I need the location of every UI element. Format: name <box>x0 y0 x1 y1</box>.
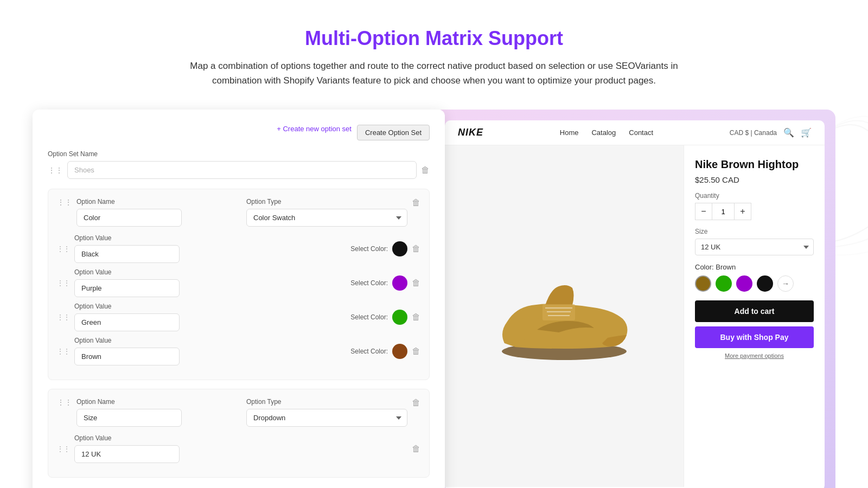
buy-now-button[interactable]: Buy with Shop Pay <box>695 326 814 348</box>
quantity-decrease-button[interactable]: − <box>695 203 712 220</box>
delete-option-size-icon[interactable]: 🗑 <box>412 398 420 408</box>
swatch-black[interactable] <box>757 275 773 292</box>
buy-now-text: Buy with <box>720 333 754 342</box>
option-value-row-12uk: ⋮⋮ Option Value 🗑 <box>57 434 420 463</box>
nav-right: CAD $ | Canada 🔍 🛒 <box>730 127 812 138</box>
option-set-name-section: Option Set Name ⋮⋮ 🗑 <box>48 150 430 179</box>
create-option-set-button[interactable]: Create Option Set <box>357 125 430 140</box>
option-name-input-color[interactable] <box>76 209 182 227</box>
option-name-input-size[interactable] <box>76 409 182 427</box>
delete-value-black-icon[interactable]: 🗑 <box>412 244 420 254</box>
delete-value-brown-icon[interactable]: 🗑 <box>412 346 420 356</box>
option-value-input-green[interactable] <box>74 313 180 331</box>
drag-handle-black-icon: ⋮⋮ <box>57 245 70 253</box>
option-value-input-black[interactable] <box>74 245 180 263</box>
option-value-label-purple: Option Value <box>74 268 346 276</box>
more-payment-options-link[interactable]: More payment options <box>695 352 814 359</box>
store-logo: NIKE <box>458 127 483 138</box>
nav-catalog[interactable]: Catalog <box>591 129 616 137</box>
drag-handle-12uk-icon: ⋮⋮ <box>57 445 70 453</box>
drag-handle-size-icon: ⋮⋮ <box>57 398 72 407</box>
option-value-row-brown: ⋮⋮ Option Value Select Color: 🗑 <box>57 337 420 365</box>
option-value-row-purple: ⋮⋮ Option Value Select Color: 🗑 <box>57 268 420 297</box>
option-type-select-color[interactable]: Color Swatch Dropdown Button <box>246 209 407 227</box>
add-to-cart-button[interactable]: Add to cart <box>695 300 814 322</box>
option-value-group-black: Option Value <box>74 234 346 263</box>
select-color-label-purple: Select Color: <box>350 279 388 287</box>
cart-icon[interactable]: 🛒 <box>801 127 812 138</box>
color-swatch-brown[interactable] <box>392 344 407 359</box>
delete-option-color-icon[interactable]: 🗑 <box>412 198 420 208</box>
header-section: Multi-Option Matrix Support Map a combin… <box>33 27 835 88</box>
select-color-label-green: Select Color: <box>350 313 388 321</box>
product-price: $25.50 CAD <box>695 175 814 184</box>
swatch-more-button[interactable]: → <box>777 275 794 292</box>
option-type-label-color: Option Type <box>246 198 407 206</box>
option-value-group-12uk: Option Value <box>74 434 407 463</box>
option-value-label-green: Option Value <box>74 303 346 310</box>
delete-value-green-icon[interactable]: 🗑 <box>412 312 420 322</box>
option-set-name-row: ⋮⋮ 🗑 <box>48 161 430 179</box>
option-fields-color: Option Name Option Type Color Swatch Dro… <box>76 198 407 227</box>
option-set-name-label: Option Set Name <box>48 150 430 158</box>
swatch-green[interactable] <box>716 275 732 292</box>
quantity-label: Quantity <box>695 192 814 200</box>
option-value-group-green: Option Value <box>74 303 346 331</box>
product-content: Nike Brown Hightop $25.50 CAD Quantity −… <box>445 145 825 487</box>
size-select[interactable]: 12 UK 10 UK 11 UK <box>695 239 814 255</box>
option-value-label-brown: Option Value <box>74 337 346 344</box>
option-type-group-color: Option Type Color Swatch Dropdown Button <box>246 198 407 227</box>
swatch-purple[interactable] <box>736 275 752 292</box>
panels-container: + Create new option set Create Option Se… <box>33 110 835 488</box>
option-block-color: ⋮⋮ Option Name Option Type Color Swatch … <box>48 189 430 380</box>
page-title: Multi-Option Matrix Support <box>33 27 835 50</box>
option-value-input-purple[interactable] <box>74 279 180 297</box>
option-name-drag-row: ⋮⋮ Option Name Option Type Color Swatch … <box>57 198 420 227</box>
color-swatch-black[interactable] <box>392 241 407 256</box>
swatch-brown[interactable] <box>695 275 711 292</box>
delete-option-set-icon[interactable]: 🗑 <box>421 165 430 175</box>
option-name-drag-row-size: ⋮⋮ Option Name Option Type Dropdown Colo… <box>57 398 420 427</box>
option-value-input-brown[interactable] <box>74 348 180 365</box>
search-icon[interactable]: 🔍 <box>783 127 794 138</box>
shop-pay-text: Shop Pay <box>754 333 789 342</box>
option-name-group-color: Option Name <box>76 198 238 227</box>
nav-home[interactable]: Home <box>560 129 579 137</box>
admin-panel: + Create new option set Create Option Se… <box>33 110 445 488</box>
select-color-label-black: Select Color: <box>350 245 388 253</box>
option-type-select-size[interactable]: Dropdown Color Swatch Button <box>246 409 407 427</box>
product-details: Nike Brown Hightop $25.50 CAD Quantity −… <box>684 145 825 487</box>
currency-selector[interactable]: CAD $ | Canada <box>730 129 777 137</box>
delete-value-purple-icon[interactable]: 🗑 <box>412 278 420 288</box>
drag-handle-purple-icon: ⋮⋮ <box>57 279 70 287</box>
option-type-label-size: Option Type <box>246 398 407 406</box>
option-fields-size: Option Name Option Type Dropdown Color S… <box>76 398 407 427</box>
color-swatches: → <box>695 275 814 292</box>
store-nav: NIKE Home Catalog Contact CAD $ | Canada… <box>445 120 825 145</box>
page-subtitle: Map a combination of options together an… <box>190 59 678 88</box>
quantity-increase-button[interactable]: + <box>734 203 751 220</box>
nav-contact[interactable]: Contact <box>629 129 653 137</box>
option-value-row-green: ⋮⋮ Option Value Select Color: 🗑 <box>57 303 420 331</box>
option-type-group-size: Option Type Dropdown Color Swatch Button <box>246 398 407 427</box>
create-new-option-set-link[interactable]: + Create new option set <box>277 125 352 140</box>
product-preview-panel: NIKE Home Catalog Contact CAD $ | Canada… <box>434 110 835 488</box>
svg-rect-1 <box>542 304 575 320</box>
option-value-input-12uk[interactable] <box>74 445 180 463</box>
color-swatch-green[interactable] <box>392 310 407 325</box>
option-set-name-input[interactable] <box>67 161 417 179</box>
drag-handle-icon: ⋮⋮ <box>48 166 63 175</box>
select-color-label-brown: Select Color: <box>350 348 388 355</box>
option-name-group-size: Option Name <box>76 398 238 427</box>
option-value-group-brown: Option Value <box>74 337 346 365</box>
delete-value-12uk-icon[interactable]: 🗑 <box>412 444 420 454</box>
size-label: Size <box>695 228 814 235</box>
color-swatch-purple[interactable] <box>392 275 407 291</box>
drag-handle-green-icon: ⋮⋮ <box>57 313 70 321</box>
product-title: Nike Brown Hightop <box>695 158 814 171</box>
option-value-label-12uk: Option Value <box>74 434 407 442</box>
panel-top-actions: + Create new option set Create Option Se… <box>48 125 430 140</box>
product-shoe-image <box>488 267 640 365</box>
drag-handle-color-icon: ⋮⋮ <box>57 198 72 207</box>
size-row: Size 12 UK 10 UK 11 UK <box>695 228 814 255</box>
